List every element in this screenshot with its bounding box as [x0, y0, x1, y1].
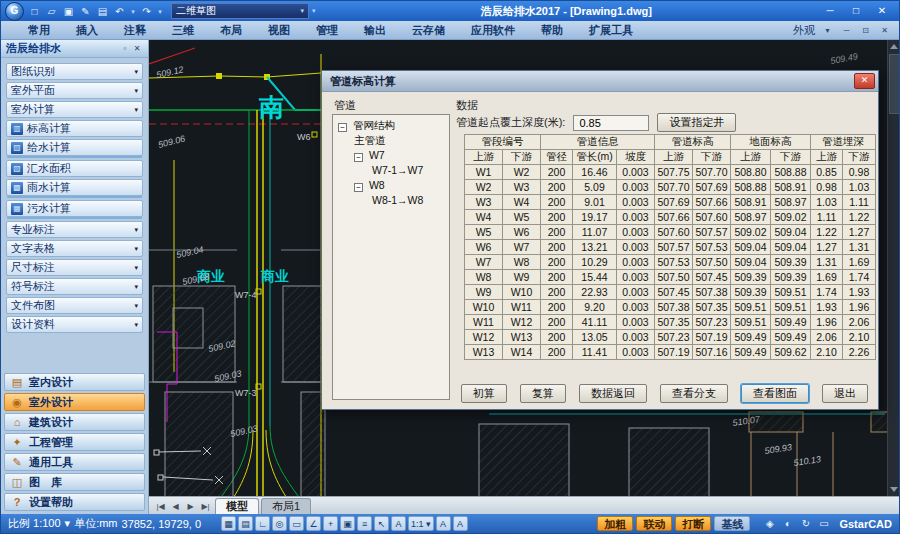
open-file-icon[interactable]: ▱	[44, 4, 59, 19]
close-button[interactable]: ✕	[869, 2, 895, 20]
statusbar-toggle-icon[interactable]: A	[436, 516, 451, 531]
statusbar-toggle-icon[interactable]: 1:1 ▾	[408, 516, 434, 531]
expand-collapse-icon[interactable]: −	[354, 183, 363, 192]
statusbar-toggle-icon[interactable]: ↖	[374, 516, 389, 531]
redo-icon[interactable]: ↷	[139, 4, 154, 19]
chevron-down-icon[interactable]: ▾	[821, 26, 834, 35]
statusbar-toggle-icon[interactable]: A	[453, 516, 468, 531]
dialog-title-bar[interactable]: 管道标高计算 ✕	[322, 71, 878, 92]
tree-node[interactable]: W7-1→W7	[333, 163, 449, 178]
panel-close-icon[interactable]: ✕	[131, 44, 143, 53]
minimize-button[interactable]: ─	[817, 2, 843, 20]
table-row[interactable]: W3 W4 200 9.01 0.003 507.69 507.66 508.9…	[465, 195, 876, 210]
dialog-button[interactable]: 初算	[461, 384, 507, 403]
statusbar-icon[interactable]: ↻	[798, 518, 813, 529]
tree-node[interactable]: W8-1→W8	[333, 193, 449, 208]
scale-display[interactable]: 比例 1:100	[8, 516, 61, 531]
panel-options-icon[interactable]: ▫	[119, 44, 131, 53]
table-row[interactable]: W6 W7 200 13.21 0.003 507.57 507.53 509.…	[465, 240, 876, 255]
redo-dropdown-icon[interactable]: ▾	[156, 4, 164, 19]
workspace-select[interactable]: 二维草图 ▾	[171, 3, 309, 19]
statusbar-toggle-icon[interactable]: ▣	[340, 516, 355, 531]
tab-yuncunchu[interactable]: 云存储	[399, 22, 458, 39]
dialog-button[interactable]: 查看分支	[660, 384, 728, 403]
sidebar-item[interactable]: 图纸识别 ▾	[6, 63, 143, 80]
maximize-button[interactable]: □	[843, 2, 869, 20]
dialog-button[interactable]: 退出	[822, 384, 868, 403]
expand-collapse-icon[interactable]: −	[338, 123, 347, 132]
prev-tab-icon[interactable]: ◀	[168, 499, 183, 514]
next-tab-icon[interactable]: ▶	[183, 499, 198, 514]
tab-zhushi[interactable]: 注释	[111, 22, 159, 39]
table-row[interactable]: W9 W10 200 22.93 0.003 507.45 507.38 509…	[465, 285, 876, 300]
table-row[interactable]: W1 W2 200 16.46 0.003 507.75 507.70 508.…	[465, 165, 876, 180]
chevron-down-icon[interactable]: ▾	[65, 517, 71, 530]
toolbar-dropdown-icon[interactable]: ▾	[312, 7, 316, 15]
expand-collapse-icon[interactable]: −	[354, 153, 363, 162]
table-row[interactable]: W13 W14 200 11.41 0.003 507.19 507.16 50…	[465, 345, 876, 360]
tab-charu[interactable]: 插入	[63, 22, 111, 39]
sidebar-item[interactable]: 专业标注 ▾	[6, 221, 143, 238]
first-tab-icon[interactable]: |◀	[153, 499, 168, 514]
tree-node[interactable]: − 管网结构	[333, 118, 449, 133]
tab-shitu[interactable]: 视图	[255, 22, 303, 39]
ribbon-close-icon[interactable]: ✕	[878, 26, 891, 35]
appearance-menu[interactable]: 外观	[793, 23, 815, 38]
sidebar-item[interactable]: 文件布图 ▾	[6, 297, 143, 314]
tab-buju[interactable]: 布局	[207, 22, 255, 39]
statusbar-toggle-icon[interactable]: ▤	[238, 516, 253, 531]
layout-tab[interactable]: 布局1	[261, 498, 311, 514]
layout-tab[interactable]: 模型	[215, 498, 259, 514]
save-file-icon[interactable]: ▣	[61, 4, 76, 19]
app-logo-icon[interactable]: G	[5, 2, 24, 21]
statusbar-toggle-icon[interactable]: A	[391, 516, 406, 531]
scroll-thumb[interactable]	[889, 54, 899, 114]
sidebar-item[interactable]: 文字表格 ▾	[6, 240, 143, 257]
statusbar-icon[interactable]: ◐	[780, 518, 795, 529]
undo-icon[interactable]: ↶	[112, 4, 127, 19]
dialog-button[interactable]: 数据返回	[579, 384, 647, 403]
print-icon[interactable]: ▤	[95, 4, 110, 19]
statusbar-toggle-icon[interactable]: ∠	[306, 516, 321, 531]
tab-changyong[interactable]: 常用	[15, 22, 63, 39]
scroll-down-icon[interactable]	[890, 487, 898, 492]
sidebar-item[interactable]: ▩ 雨水计算	[6, 179, 143, 196]
tab-yingyongruanjian[interactable]: 应用软件	[458, 22, 528, 39]
table-row[interactable]: W10 W11 200 9.20 0.003 507.38 507.35 509…	[465, 300, 876, 315]
statusbar-icon[interactable]: ◈	[762, 518, 777, 529]
mode-button[interactable]: ▤ 室内设计	[4, 373, 145, 391]
statusbar-toggle[interactable]: 基线	[714, 516, 750, 531]
dialog-close-button[interactable]: ✕	[854, 73, 875, 89]
tab-bangzhu[interactable]: 帮助	[528, 22, 576, 39]
table-row[interactable]: W5 W6 200 11.07 0.003 507.60 507.57 509.…	[465, 225, 876, 240]
tree-node[interactable]: − W7	[333, 148, 449, 163]
sidebar-item[interactable]: ▦ 污水计算	[6, 200, 143, 217]
statusbar-toggle-icon[interactable]: +	[323, 516, 338, 531]
tree-node[interactable]: 主管道	[333, 133, 449, 148]
table-row[interactable]: W11 W12 200 41.11 0.003 507.35 507.23 50…	[465, 315, 876, 330]
table-row[interactable]: W4 W5 200 19.17 0.003 507.66 507.60 508.…	[465, 210, 876, 225]
statusbar-toggle-icon[interactable]: ▦	[221, 516, 236, 531]
table-row[interactable]: W7 W8 200 10.29 0.003 507.53 507.50 509.…	[465, 255, 876, 270]
canvas-vscrollbar[interactable]	[887, 40, 899, 496]
scroll-up-icon[interactable]	[890, 44, 898, 49]
mode-button[interactable]: ? 设置帮助	[4, 493, 145, 511]
mode-button[interactable]: ◉ 室外设计	[4, 393, 145, 411]
table-row[interactable]: W8 W9 200 15.44 0.003 507.50 507.45 509.…	[465, 270, 876, 285]
dialog-button[interactable]: 查看图面	[741, 384, 809, 403]
dialog-button[interactable]: 复算	[520, 384, 566, 403]
sidebar-item[interactable]: 设计资料 ▾	[6, 316, 143, 333]
statusbar-icon[interactable]: ▭	[816, 518, 831, 529]
statusbar-toggle-icon[interactable]: ∟	[255, 516, 270, 531]
mode-button[interactable]: ◫ 图 库	[4, 473, 145, 491]
statusbar-toggle-icon[interactable]: ≡	[357, 516, 372, 531]
statusbar-toggle[interactable]: 联动	[636, 516, 672, 531]
drawing-canvas[interactable]: 509.12 南 W6 509.06 509.04 商业 商业 509.08 W…	[149, 40, 899, 496]
set-well-button[interactable]: 设置指定井	[657, 113, 736, 132]
sidebar-item[interactable]: 符号标注 ▾	[6, 278, 143, 295]
undo-dropdown-icon[interactable]: ▾	[129, 4, 137, 19]
sidebar-item[interactable]: ▧ 汇水面积	[6, 160, 143, 177]
statusbar-toggle-icon[interactable]: ◎	[272, 516, 287, 531]
last-tab-icon[interactable]: ▶|	[198, 499, 213, 514]
sidebar-item[interactable]: ▥ 标高计算	[6, 120, 143, 137]
